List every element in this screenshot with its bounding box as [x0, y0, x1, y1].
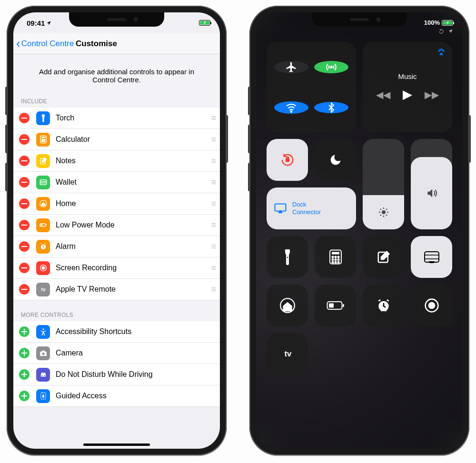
reorder-handle[interactable]: ≡ — [211, 220, 214, 230]
prev-track-button[interactable]: ◀◀ — [376, 89, 390, 100]
cellular-toggle[interactable] — [314, 61, 348, 73]
svg-rect-26 — [21, 289, 27, 290]
control-label: Low Power Mode — [56, 221, 211, 229]
apple-tv-remote-tile[interactable]: tv — [267, 333, 308, 375]
intro-text: Add and organise additional controls to … — [13, 54, 220, 96]
camera-icon — [36, 346, 50, 360]
device-right: 100% ⚡︎ — [249, 6, 469, 455]
remove-button[interactable] — [19, 284, 30, 295]
control-row: Alarm≡ — [13, 236, 220, 257]
svg-rect-49 — [332, 252, 339, 255]
control-row: Guided Access — [13, 385, 220, 407]
svg-rect-46 — [285, 249, 290, 253]
add-button[interactable] — [19, 348, 30, 358]
svg-rect-13 — [21, 182, 27, 183]
control-centre-screen: 100% ⚡︎ — [256, 12, 463, 449]
reorder-handle[interactable]: ≡ — [211, 135, 214, 145]
connectivity-module[interactable] — [267, 42, 356, 132]
svg-point-5 — [41, 139, 42, 140]
location-icon — [448, 29, 453, 34]
alarm-tile[interactable] — [363, 285, 404, 326]
guided-icon — [36, 389, 50, 403]
reorder-handle[interactable]: ≡ — [211, 285, 214, 295]
music-controls: ◀◀ ▶ ▶▶ — [376, 87, 439, 102]
remove-button[interactable] — [19, 220, 30, 230]
add-button[interactable] — [19, 326, 30, 337]
svg-rect-1 — [42, 115, 45, 117]
remove-button[interactable] — [19, 241, 30, 252]
play-button[interactable]: ▶ — [403, 87, 412, 102]
back-label: Control Centre — [21, 39, 74, 49]
bluetooth-toggle[interactable] — [314, 102, 348, 113]
battery-icon: ⚡︎ — [442, 20, 453, 26]
control-label: Accessibility Shortcuts — [56, 327, 214, 336]
home-indicator[interactable] — [83, 443, 150, 446]
brightness-slider[interactable] — [363, 139, 404, 229]
music-module[interactable]: Music ◀◀ ▶ ▶▶ — [363, 42, 452, 132]
remove-button[interactable] — [19, 113, 30, 123]
control-row: Screen Recording≡ — [13, 257, 220, 279]
add-button[interactable] — [19, 369, 30, 380]
low-power-tile[interactable] — [315, 285, 356, 326]
svg-rect-0 — [21, 118, 27, 118]
wifi-toggle[interactable] — [274, 101, 308, 114]
svg-point-35 — [41, 375, 42, 376]
remove-button[interactable] — [19, 156, 30, 166]
cc-status: 100% ⚡︎ — [424, 19, 453, 26]
remove-button[interactable] — [19, 263, 30, 273]
control-label: Guided Access — [56, 392, 214, 400]
reorder-handle[interactable]: ≡ — [211, 156, 214, 166]
control-row: Calculator≡ — [13, 129, 220, 150]
svg-point-57 — [335, 261, 336, 263]
add-button[interactable] — [19, 391, 30, 401]
remove-button[interactable] — [19, 134, 30, 145]
orientation-lock-tile[interactable] — [267, 139, 308, 181]
display-notch — [312, 12, 407, 27]
alarm-icon — [36, 240, 50, 254]
page-title: Customise — [76, 39, 117, 49]
screen-mirroring-tile[interactable]: Dock Connector — [267, 187, 356, 229]
control-row: Notes≡ — [13, 150, 220, 172]
svg-point-41 — [330, 66, 332, 68]
svg-rect-14 — [40, 180, 47, 185]
airplay-icon[interactable] — [437, 48, 446, 56]
volume-slider[interactable] — [411, 139, 452, 229]
home-tile[interactable] — [267, 285, 308, 326]
reorder-handle[interactable]: ≡ — [211, 177, 214, 187]
reorder-handle[interactable]: ≡ — [211, 242, 214, 252]
wallet-tile[interactable] — [411, 236, 452, 278]
svg-point-32 — [42, 353, 44, 355]
svg-rect-58 — [337, 261, 339, 263]
reorder-handle[interactable]: ≡ — [211, 263, 214, 273]
notes-icon — [36, 154, 50, 168]
airplane-mode-toggle[interactable] — [274, 61, 308, 73]
remove-button[interactable] — [19, 198, 30, 209]
svg-point-45 — [382, 210, 386, 214]
settings-screen: 09:41 ⚡︎ ‹ Control Centre Customise Add … — [13, 12, 220, 449]
control-row: Camera — [13, 343, 220, 364]
do-not-disturb-tile[interactable] — [315, 139, 356, 181]
screen-recording-tile[interactable] — [411, 285, 452, 326]
reorder-handle[interactable]: ≡ — [211, 199, 214, 209]
svg-point-25 — [42, 266, 45, 269]
remove-button[interactable] — [19, 177, 30, 187]
section-include-label: INCLUDE — [13, 96, 220, 108]
location-icon — [46, 20, 51, 26]
reorder-handle[interactable]: ≡ — [211, 113, 214, 123]
battery-icon — [36, 218, 50, 232]
back-button[interactable]: ‹ Control Centre — [16, 39, 74, 49]
svg-rect-43 — [286, 159, 288, 162]
svg-rect-63 — [343, 304, 344, 307]
mirror-line2: Connector — [292, 208, 321, 216]
control-label: Alarm — [56, 242, 211, 251]
control-label: Home — [56, 199, 211, 208]
control-row: Do Not Disturb While Driving — [13, 364, 220, 385]
svg-rect-64 — [329, 304, 334, 308]
calculator-tile[interactable] — [315, 236, 356, 278]
music-label: Music — [398, 72, 416, 80]
notes-tile[interactable] — [363, 236, 404, 278]
svg-rect-38 — [21, 395, 27, 396]
torch-tile[interactable] — [267, 236, 308, 278]
next-track-button[interactable]: ▶▶ — [425, 89, 439, 100]
control-label: Calculator — [56, 135, 211, 144]
